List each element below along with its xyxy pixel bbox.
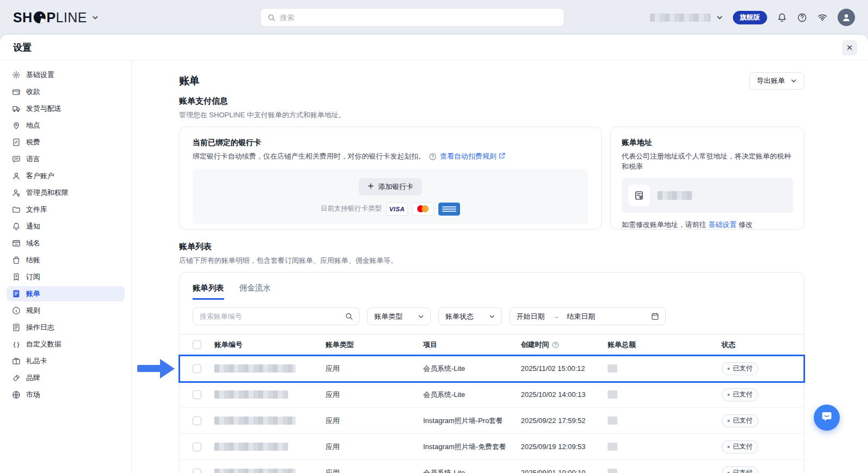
sidebar-item-log[interactable]: 操作日志	[7, 320, 125, 335]
calendar-icon	[651, 312, 659, 320]
sidebar-item-label: 订阅	[26, 272, 40, 282]
bill-number-redacted	[214, 390, 288, 399]
date-range-filter[interactable]: 开始日期 → 结束日期	[509, 307, 666, 325]
billing-address-title: 账单地址	[622, 138, 793, 148]
add-bank-card-button[interactable]: 添加银行卡	[359, 178, 422, 195]
bill-created-time: 2025/11/02 15:00:12	[521, 364, 608, 373]
payment-section-heading: 账单支付信息	[179, 96, 805, 106]
auto-charge-rules-label: 查看自动扣费规则	[440, 152, 496, 161]
table-row[interactable]: 应用Instagram照片墙-Pro套餐2025/09/22 17:59:52已…	[180, 408, 804, 434]
status-label: 已支付	[733, 416, 752, 425]
network-wifi-icon[interactable]	[817, 12, 828, 23]
chevron-down-icon	[418, 313, 424, 320]
status-badge: 已支付	[722, 362, 758, 375]
billing-table-header: 账单编号账单类型项目创建时间账单总额状态	[180, 334, 804, 356]
sidebar-item-bookmark[interactable]: 订阅	[7, 269, 125, 285]
row-checkbox[interactable]	[193, 417, 201, 425]
bill-created-time: 2025/09/22 17:59:52	[521, 417, 608, 425]
supported-card-types-label: 目前支持银行卡类型	[321, 204, 382, 213]
row-checkbox[interactable]	[193, 390, 201, 399]
select-all-checkbox[interactable]	[193, 340, 201, 349]
sidebar-item-domain[interactable]: 域名	[7, 236, 125, 251]
sidebar-item-label: 品牌	[26, 373, 40, 383]
sidebar-item-info[interactable]: 规则	[7, 303, 125, 318]
sidebar-item-label: 规则	[26, 306, 40, 316]
chevron-down-icon	[790, 78, 797, 84]
basic-settings-link[interactable]: 基础设置	[709, 220, 737, 230]
sidebar-item-location[interactable]: 地点	[7, 118, 125, 133]
info-icon	[12, 306, 21, 315]
sidebar-item-folder[interactable]: 文件库	[7, 202, 125, 217]
sidebar-item-bag[interactable]: 结账	[7, 253, 125, 268]
bill-number-search[interactable]	[193, 307, 360, 325]
column-header-3: 创建时间	[521, 340, 608, 350]
help-icon[interactable]	[797, 12, 807, 23]
auto-charge-rules-link[interactable]: 查看自动扣费规则	[440, 152, 506, 161]
notifications-bell-icon[interactable]	[777, 12, 787, 23]
sidebar-item-admin[interactable]: 管理员和权限	[7, 185, 125, 200]
sidebar-item-brush[interactable]: 品牌	[7, 370, 125, 386]
svg-text:{ }: { }	[13, 341, 19, 348]
plan-badge[interactable]: 旗舰版	[733, 11, 768, 24]
status-label: 已支付	[733, 442, 752, 451]
column-label: 账单编号	[214, 340, 242, 350]
domain-icon	[12, 239, 21, 248]
status-badge: 已支付	[722, 440, 758, 453]
brush-icon	[12, 374, 21, 382]
global-search-input[interactable]	[280, 14, 557, 22]
table-row[interactable]: 应用会员系统-Lite2025/09/01 10:00:10已支付	[180, 460, 804, 473]
search-icon	[345, 312, 353, 320]
location-icon	[12, 121, 21, 130]
bill-type-filter[interactable]: 账单类型	[367, 307, 431, 325]
table-row[interactable]: 应用会员系统-Lite2025/10/02 14:00:13已支付	[180, 382, 804, 408]
global-search[interactable]	[260, 8, 564, 27]
close-icon[interactable]: ✕	[842, 40, 857, 55]
search-icon	[267, 14, 276, 22]
status-badge: 已支付	[722, 414, 758, 427]
sidebar-item-wallet[interactable]: 收款	[7, 84, 125, 99]
sidebar-item-billing[interactable]: 账单	[7, 286, 125, 301]
sidebar-item-gear[interactable]: 基础设置	[7, 67, 125, 83]
export-bills-button[interactable]: 导出账单	[749, 72, 805, 90]
help-circle-icon[interactable]	[552, 341, 559, 349]
plus-icon	[367, 182, 374, 191]
sidebar-item-user[interactable]: 客户账户	[7, 168, 125, 184]
gear-icon	[12, 71, 21, 79]
bookmark-icon	[12, 273, 21, 281]
column-header-0: 账单编号	[214, 340, 326, 350]
sidebar-item-language[interactable]: EN语言	[7, 152, 125, 167]
row-checkbox[interactable]	[193, 469, 201, 473]
account-avatar[interactable]	[838, 9, 855, 26]
billing-address-panel: 账单地址 代表公司注册地址或个人常驻地址，将决定账单的税种和税率 如需修改账单地…	[610, 127, 805, 230]
bill-status-filter[interactable]: 账单状态	[438, 307, 502, 325]
billing-list-card: 账单列表佣金流水 账单类型 账单状态 开始日期	[179, 272, 805, 473]
row-checkbox[interactable]	[193, 364, 201, 373]
billing-list-description: 店铺下所有的账单明细，包含套餐订阅账单、应用账单、佣金账单等。	[179, 256, 805, 266]
shopline-logo[interactable]: SHPLINE	[13, 10, 99, 26]
bell-icon	[12, 222, 21, 231]
bill-number-redacted	[214, 443, 288, 451]
sidebar-item-tax[interactable]: 税费	[7, 135, 125, 150]
page-title: 账单	[179, 74, 200, 88]
sidebar-item-label: 收款	[26, 87, 40, 97]
store-switcher[interactable]	[650, 14, 723, 22]
tab-1[interactable]: 佣金流水	[239, 283, 271, 300]
status-badge: 已支付	[722, 466, 758, 473]
sidebar-item-label: 客户账户	[26, 171, 54, 181]
bill-type: 应用	[326, 442, 423, 452]
sidebar-item-truck[interactable]: 发货与配送	[7, 101, 125, 116]
sidebar-item-globe[interactable]: 市场	[7, 387, 125, 402]
sidebar-item-bell[interactable]: 通知	[7, 219, 125, 234]
sidebar-item-braces[interactable]: { }自定义数据	[7, 337, 125, 352]
support-chat-button[interactable]	[814, 405, 840, 431]
sidebar-item-label: 礼品卡	[26, 356, 47, 366]
table-row[interactable]: 应用会员系统-Lite2025/11/02 15:00:12已支付	[180, 356, 804, 382]
help-circle-icon[interactable]	[429, 153, 437, 161]
table-row[interactable]: 应用Instagram照片墙-免费套餐2025/09/19 12:09:53已支…	[180, 434, 804, 460]
sidebar-item-gift[interactable]: 礼品卡	[7, 354, 125, 369]
row-checkbox[interactable]	[193, 443, 201, 451]
wallet-icon	[12, 87, 21, 96]
bill-number-search-input[interactable]	[200, 312, 341, 320]
braces-icon: { }	[12, 340, 21, 349]
tab-0[interactable]: 账单列表	[193, 283, 224, 300]
